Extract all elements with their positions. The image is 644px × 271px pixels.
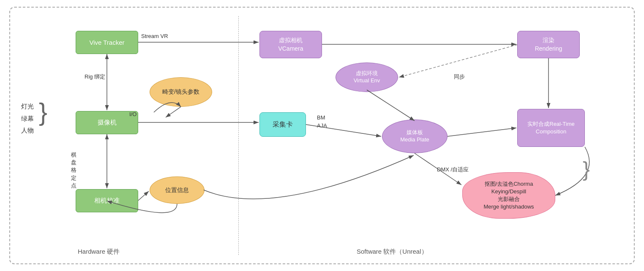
node-camera-calib: 相机校准 [76, 189, 138, 212]
node-rendering: 渲染 Rendering [517, 31, 580, 58]
hardware-section-label: Hardware 硬件 [78, 248, 120, 256]
label-aja: AJA [317, 122, 327, 129]
curly-brace-dmx: } [583, 157, 590, 181]
node-vive-tracker: Vive Tracker [76, 31, 138, 54]
section-divider [238, 16, 239, 255]
node-media-plate: 媒体板 Media Plate [382, 119, 448, 153]
left-side-labels: 灯光 绿幕 人物 [21, 100, 34, 137]
node-camera: 摄像机 [76, 111, 138, 134]
label-checker: 棋 盘 格 定 点 [71, 151, 76, 190]
label-light: 灯光 [21, 100, 34, 113]
label-person: 人物 [21, 125, 34, 137]
node-virtual-env: 虚拟环境 Virtual Env [336, 62, 398, 92]
node-position-info: 位置信息 [150, 176, 205, 204]
label-greenscreen: 绿幕 [21, 113, 34, 125]
arrow-pos-media [204, 155, 414, 199]
node-keying: 抠图/去溢色Chorma Keying/Despill 光影融合 Merge l… [462, 172, 555, 219]
arrow-distort-io [166, 107, 181, 117]
diagram-container: Hardware 硬件 Software 软件（Unreal） 灯光 绿幕 人物… [9, 7, 635, 264]
arrow-venv-media [367, 90, 415, 121]
arrow-calib-pos [138, 191, 149, 201]
label-rig: Rig 绑定 [85, 73, 105, 81]
arrow-media-realtime [448, 128, 516, 136]
label-dmx: DMX /自适应 [437, 166, 469, 173]
brace-symbol: } [39, 100, 47, 125]
label-io: I/O [129, 111, 136, 117]
node-distort-params: 畸变/镜头参数 [150, 77, 212, 107]
software-section-label: Software 软件（Unreal） [357, 248, 428, 256]
label-sync: 同步 [454, 73, 465, 81]
node-vcamera: 虚拟相机 VCamera [259, 31, 322, 58]
label-bm: BM [317, 114, 325, 121]
arrow-realtime-keying [555, 147, 589, 195]
arrow-sync-dashed [399, 45, 517, 77]
label-stream-vr: Stream VR [141, 33, 168, 39]
node-realtime-comp: 实时合成Real-Time Composition [517, 109, 585, 147]
node-capture-card: 采集卡 [259, 112, 306, 137]
